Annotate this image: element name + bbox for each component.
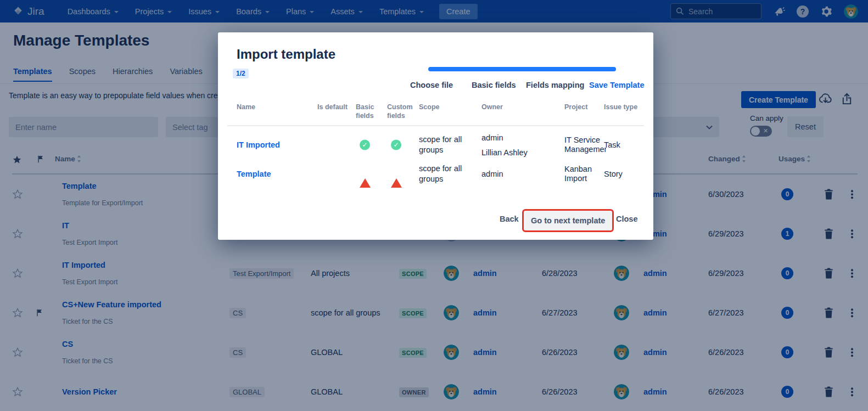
- import-scope-text: scope for all groups: [419, 134, 474, 155]
- modal-table-divider: [227, 125, 644, 126]
- go-to-next-template-button[interactable]: Go to next template: [524, 211, 612, 230]
- screen: Jira Dashboards Projects Issues Boards P…: [0, 0, 868, 411]
- toggle-knob: [322, 175, 329, 183]
- modal-column-name: Name: [237, 103, 255, 111]
- modal-column-basic-fields: Basic fields: [356, 103, 381, 120]
- basic-fields-warning-icon: !: [360, 170, 371, 178]
- wizard-progress-bar: [428, 67, 616, 71]
- import-owners: admin Lillian Ashley: [481, 133, 553, 156]
- import-owners: admin: [481, 170, 553, 178]
- owner-name: Lillian Ashley: [481, 148, 553, 156]
- import-template-modal: Import template 1/2 Choose file Basic fi…: [218, 32, 653, 240]
- custom-fields-status-ok-icon: ✓: [391, 139, 401, 150]
- step-choose-file[interactable]: Choose file: [410, 81, 453, 89]
- step-fields-mapping[interactable]: Fields mapping: [526, 81, 584, 89]
- modal-column-owner: Owner: [481, 103, 503, 111]
- toggle-knob: [322, 146, 329, 154]
- step-save-template[interactable]: Save Template: [589, 81, 644, 89]
- modal-table-row: IT Imported ✕ ✓ ✓ scope for all groups a…: [218, 130, 653, 159]
- import-scope-text: scope for all groups: [419, 164, 474, 184]
- import-project: Kanban Import: [564, 165, 606, 183]
- basic-fields-status-ok-icon: ✓: [360, 139, 370, 150]
- modal-footer: Back Go to next template Close: [218, 211, 653, 230]
- template-counter-badge: 1/2: [233, 69, 249, 78]
- modal-column-project: Project: [564, 103, 587, 111]
- owner-name: admin: [481, 133, 553, 142]
- import-project: IT Service Management: [564, 136, 606, 154]
- owner-name: admin: [481, 170, 553, 178]
- import-template-name-link[interactable]: IT Imported: [237, 140, 280, 149]
- import-issue-type: Task: [604, 140, 620, 149]
- modal-title: Import template: [237, 47, 335, 62]
- custom-fields-warning-icon: !: [391, 170, 402, 178]
- close-button[interactable]: Close: [616, 215, 638, 223]
- modal-column-custom-fields: Custom fields: [387, 103, 416, 120]
- modal-table-row: Template ✕ ! ! scope for all groups admi…: [218, 159, 653, 188]
- import-template-name-link[interactable]: Template: [237, 170, 271, 178]
- toggle-x-icon: ✕: [313, 175, 317, 181]
- modal-column-is-default: Is default: [317, 103, 348, 111]
- step-basic-fields[interactable]: Basic fields: [472, 81, 516, 89]
- modal-column-issue-type: Issue type: [604, 103, 637, 111]
- toggle-x-icon: ✕: [313, 146, 317, 152]
- import-issue-type: Story: [604, 170, 623, 178]
- back-button[interactable]: Back: [500, 215, 519, 223]
- modal-column-scope: Scope: [419, 103, 440, 111]
